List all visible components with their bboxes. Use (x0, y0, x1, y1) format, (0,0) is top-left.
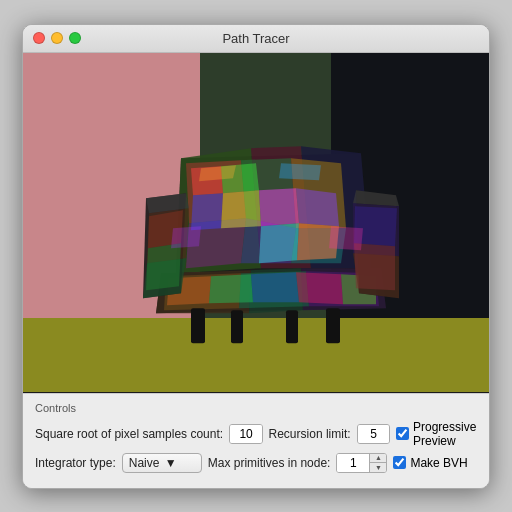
make-bvh-checkbox[interactable] (393, 456, 406, 469)
svg-marker-15 (259, 223, 299, 263)
controls-row-2: Integrator type: Naive ▼ Max primitives … (35, 453, 477, 473)
svg-marker-47 (279, 163, 321, 180)
svg-marker-48 (171, 226, 201, 248)
svg-marker-12 (191, 193, 223, 230)
max-primitives-input[interactable] (337, 454, 369, 472)
make-bvh-label: Make BVH (410, 456, 467, 470)
svg-marker-26 (209, 274, 253, 303)
controls-section: Controls Square root of pixel samples co… (23, 393, 489, 488)
chair-render (121, 98, 421, 358)
samples-label: Square root of pixel samples count: (35, 427, 223, 441)
svg-marker-27 (251, 272, 299, 302)
integrator-dropdown[interactable]: Naive ▼ (122, 453, 202, 473)
integrator-value: Naive (129, 456, 161, 470)
svg-marker-41 (354, 243, 395, 290)
minimize-button[interactable] (51, 32, 63, 44)
samples-stepper[interactable]: ▲ ▼ (229, 424, 262, 444)
samples-input[interactable] (230, 425, 262, 443)
svg-rect-42 (191, 308, 205, 343)
recursion-input[interactable] (358, 425, 390, 443)
traffic-lights (33, 32, 81, 44)
svg-rect-45 (326, 308, 340, 343)
max-primitives-decrement[interactable]: ▼ (370, 463, 386, 472)
progressive-preview-label: Progressive Preview (413, 420, 477, 448)
svg-marker-49 (329, 226, 363, 250)
max-primitives-label: Max primitives in node: (208, 456, 331, 470)
application-window: Path Tracer (22, 24, 490, 489)
render-canvas (23, 53, 489, 393)
svg-rect-43 (231, 310, 243, 343)
integrator-dropdown-arrow: ▼ (165, 456, 197, 470)
max-primitives-stepper[interactable]: ▲ ▼ (336, 453, 387, 473)
svg-rect-44 (286, 310, 298, 343)
svg-marker-35 (146, 243, 181, 290)
svg-marker-14 (259, 188, 299, 226)
progressive-preview-checkbox[interactable] (396, 427, 409, 440)
maximize-button[interactable] (69, 32, 81, 44)
max-primitives-increment[interactable]: ▲ (370, 454, 386, 463)
controls-label: Controls (35, 402, 477, 414)
max-primitives-stepper-buttons: ▲ ▼ (369, 454, 386, 472)
make-bvh-checkbox-label[interactable]: Make BVH (393, 456, 467, 470)
svg-marker-17 (296, 188, 339, 226)
integrator-label: Integrator type: (35, 456, 116, 470)
titlebar: Path Tracer (23, 25, 489, 53)
recursion-label: Recursion limit: (269, 427, 351, 441)
window-title: Path Tracer (222, 31, 289, 46)
svg-marker-13 (221, 190, 261, 228)
progressive-preview-checkbox-label[interactable]: Progressive Preview (396, 420, 477, 448)
recursion-stepper[interactable]: ▲ ▼ (357, 424, 390, 444)
close-button[interactable] (33, 32, 45, 44)
svg-marker-28 (296, 272, 343, 304)
chair-svg (121, 98, 421, 358)
controls-row-1: Square root of pixel samples count: ▲ ▼ … (35, 420, 477, 448)
